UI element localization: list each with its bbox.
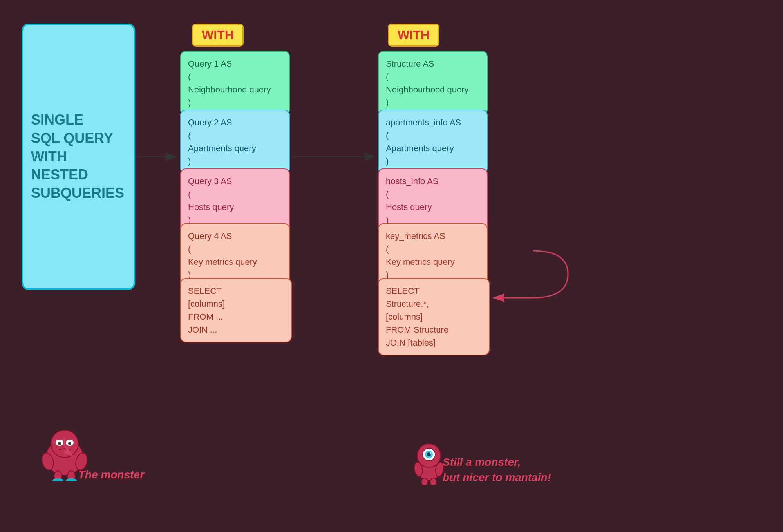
right-query-2: apartments_info AS ( Apartments query ) [378, 110, 488, 174]
left-query-1: Query 1 AS ( Neighbourhood query ) [180, 51, 290, 115]
sql-box-text: SINGLE SQL QUERY WITH NESTED SUBQUERIES [31, 111, 126, 203]
with-label-2: WITH [388, 24, 439, 47]
right-query-5: SELECT Structure.*, [columns] FROM Struc… [378, 278, 490, 355]
annotation-right: Still a monster, but nicer to mantain! [443, 454, 551, 485]
with-label-1: WITH [192, 24, 244, 47]
right-query-1: Structure AS ( Neighbourhood query ) [378, 51, 488, 115]
left-query-2: Query 2 AS ( Apartments query ) [180, 110, 290, 174]
main-container: SINGLE SQL QUERY WITH NESTED SUBQUERIES … [0, 0, 783, 532]
left-query-5: SELECT [columns] FROM ... JOIN ... [180, 278, 292, 342]
svg-point-19 [430, 452, 431, 454]
monster-right [407, 434, 447, 481]
arrow-curved-annotation [494, 251, 568, 298]
sql-box: SINGLE SQL QUERY WITH NESTED SUBQUERIES [22, 24, 135, 290]
annotation-left: The monster [78, 469, 144, 481]
svg-point-22 [421, 478, 428, 485]
monster-arrow-svg [61, 436, 84, 460]
svg-point-23 [430, 478, 436, 485]
